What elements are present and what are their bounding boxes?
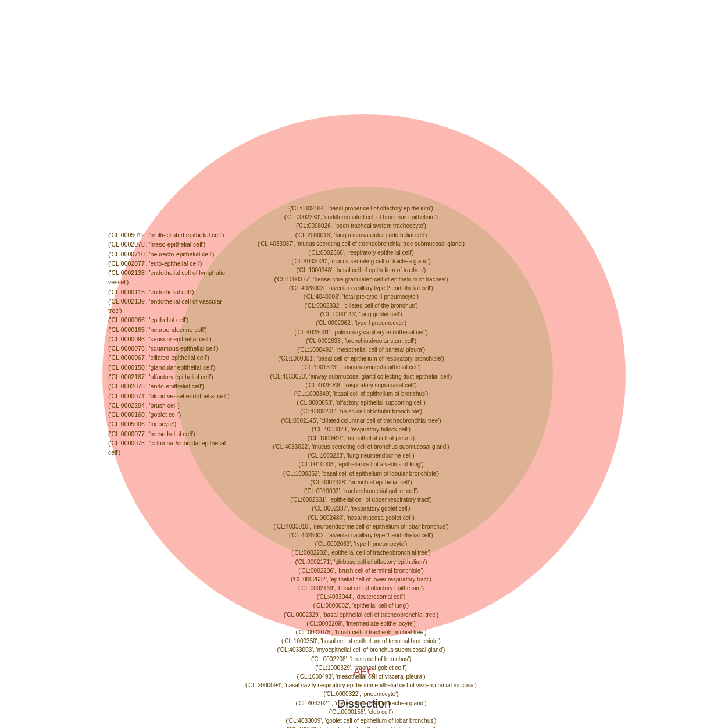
inner-item: ('CL:0002328', 'bronchial epithelial cel… bbox=[178, 478, 544, 487]
inner-item: ('CL:0002332', 'ciliated cell of the bro… bbox=[178, 301, 544, 310]
inner-item: ('CL:0008026', 'open tracheal system tra… bbox=[178, 222, 544, 230]
inner-item: ('CL:0010003', 'epithelial cell of alveo… bbox=[178, 460, 544, 469]
inner-item: ('CL:4033022', 'mucus secreting cell of … bbox=[178, 442, 544, 451]
inner-item: ('CL:4033020', 'mucus secreting cell of … bbox=[178, 257, 544, 266]
inner-item: ('CL:0002337', 'respiratory goblet cell'… bbox=[178, 504, 544, 513]
inner-item: ('CL:0002145', 'ciliated columnar cell o… bbox=[178, 416, 544, 425]
main-container: ('CL:0005012', 'multi-ciliated epithelia… bbox=[0, 0, 728, 728]
inner-item: ('CL:4040003', 'fetal pre-type II pneumo… bbox=[178, 292, 544, 301]
inner-item: ('CL:2000016', 'lung microvascular endot… bbox=[178, 231, 544, 240]
venn-diagram: ('CL:0005012', 'multi-ciliated epithelia… bbox=[102, 114, 626, 637]
inner-item: ('CL:1000491', 'mesothelial cell of pleu… bbox=[178, 434, 544, 442]
inner-item: ('CL:0002368', 'respiratory epithelial c… bbox=[178, 248, 544, 257]
inner-item: ('CL:4028001', 'pulmonary capillary endo… bbox=[178, 328, 544, 337]
inner-item: ('CL:0002075', 'brush cell of tracheobro… bbox=[178, 628, 544, 637]
inner-item: ('CL:0002063', 'type II pneumocyte') bbox=[178, 540, 544, 548]
inner-item: ('CL:0019003', 'tracheobronchial goblet … bbox=[178, 487, 544, 495]
inner-item: ('CL:4033023', 'airway submucosal gland … bbox=[178, 372, 544, 381]
inner-item: ('CL:4033003', 'myoepithelial cell of br… bbox=[178, 645, 544, 654]
inner-item: ('CL:0002632', 'epithelial cell of lower… bbox=[178, 575, 544, 584]
inner-item: ('CL:0002171', 'globose cell of olfactor… bbox=[178, 558, 544, 566]
inner-item: ('CL:0002480', 'nasal mucosa goblet cell… bbox=[178, 513, 544, 522]
inner-item: ('CL:4033009', 'goblet cell of epitheliu… bbox=[178, 716, 544, 725]
inner-item: ('CL:0002631', 'epithelial cell of upper… bbox=[178, 495, 544, 504]
inner-item: ('CL:0002062', 'type I pneumocyte') bbox=[178, 319, 544, 327]
inner-item: ('CL:1000143', 'lung goblet cell') bbox=[178, 310, 544, 319]
inner-item: ('CL:1001573', 'nasopharyngeal epithelia… bbox=[178, 363, 544, 372]
inner-item: ('CL:4033037', 'mucus secreting cell of … bbox=[178, 240, 544, 248]
inner-item: ('CL:1000352', 'basal cell of epithelium… bbox=[178, 469, 544, 478]
inner-item: ('CL:1000492', 'mesothelial cell of pari… bbox=[178, 345, 544, 354]
inner-item: ('CL:0000082', 'epithelial cell of lung'… bbox=[178, 601, 544, 610]
inner-item: ('CL:0002206', 'brush cell of terminal b… bbox=[178, 566, 544, 575]
inner-item: ('CL:0002169', 'basal cell of olfactory … bbox=[178, 584, 544, 593]
inner-item: ('CL:0002184', 'basal proper cell of olf… bbox=[178, 204, 544, 213]
inner-item: ('CL:2000094', 'nasal cavity respiratory… bbox=[178, 681, 544, 690]
inner-item: ('CL:4033010', 'neuroendocrine cell of e… bbox=[178, 522, 544, 531]
inner-item: ('CL:0002638', 'bronchioalveolar stem ce… bbox=[178, 337, 544, 345]
inner-item: ('CL:0002208', 'brush cell of bronchus') bbox=[178, 655, 544, 663]
inner-item: ('CL:1000377', 'dense-core granulated ce… bbox=[178, 275, 544, 284]
inner-item: ('CL:4028003', 'alveolar capillary type … bbox=[178, 284, 544, 292]
inner-item: ('CL:4033044', 'deuterosomal cell') bbox=[178, 593, 544, 601]
inner-item: ('CL:0002205', 'brush cell of lobular br… bbox=[178, 407, 544, 416]
inner-item: ('CL:0002330', 'undifferentiated cell of… bbox=[178, 213, 544, 222]
inner-item: ('CL:0002329', 'basal epithelial cell of… bbox=[178, 611, 544, 619]
inner-item: ('CL:4030023', 'respiratory hillock cell… bbox=[178, 425, 544, 434]
inner-circle-text: ('CL:0002184', 'basal proper cell of olf… bbox=[178, 204, 544, 728]
inner-item: ('CL:1000349', 'basal cell of epithelium… bbox=[178, 390, 544, 398]
inner-item: ('CL:4028002', 'alveolar capillary type … bbox=[178, 531, 544, 540]
dissection-label: Dissection bbox=[337, 697, 391, 711]
inner-item: ('CL:0002202', 'epithelial cell of trach… bbox=[178, 548, 544, 557]
aec-label: AEC bbox=[353, 666, 374, 678]
inner-item: ('CL:4028048', 'respiratory suprabasal c… bbox=[178, 381, 544, 390]
inner-item: ('CL:0000853', 'olfactory epithelial sup… bbox=[178, 398, 544, 407]
inner-item: ('CL:0002209', 'intermediate epitheliocy… bbox=[178, 619, 544, 628]
inner-item: ('CL:4033007', 'brush cell of epithelium… bbox=[178, 725, 544, 728]
inner-item: ('CL:1000351', 'basal cell of epithelium… bbox=[178, 354, 544, 363]
inner-item: ('CL:1000348', 'basal cell of epithelium… bbox=[178, 266, 544, 274]
inner-item: ('CL:1000350', 'basal cell of epithelium… bbox=[178, 637, 544, 645]
inner-item: ('CL:1000223', 'lung neuroendocrine cell… bbox=[178, 451, 544, 460]
